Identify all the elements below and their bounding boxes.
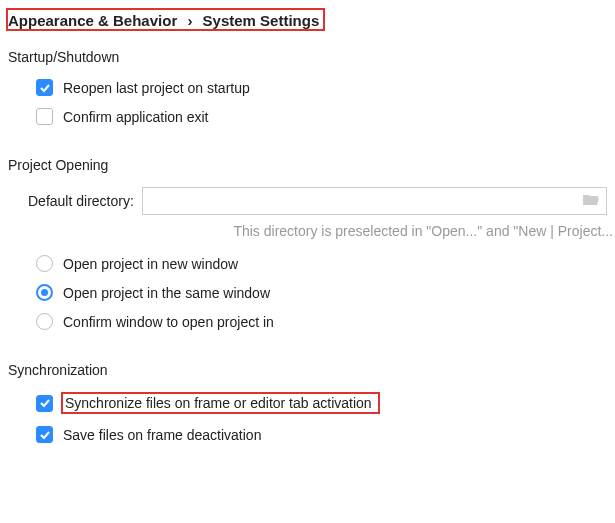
- breadcrumb-current: System Settings: [203, 12, 320, 29]
- default-directory-row: Default directory:: [0, 181, 615, 219]
- label-confirm-window: Confirm window to open project in: [63, 314, 274, 330]
- label-same-window: Open project in the same window: [63, 285, 270, 301]
- check-icon: [39, 429, 51, 441]
- breadcrumb-parent[interactable]: Appearance & Behavior: [8, 12, 177, 29]
- checkbox-save-frame[interactable]: [36, 426, 53, 443]
- option-confirm-window[interactable]: Confirm window to open project in: [0, 307, 615, 336]
- label-reopen: Reopen last project on startup: [63, 80, 250, 96]
- check-icon: [39, 397, 51, 409]
- label-new-window: Open project in new window: [63, 256, 238, 272]
- checkbox-reopen[interactable]: [36, 79, 53, 96]
- checkbox-confirm-exit[interactable]: [36, 108, 53, 125]
- radio-new-window[interactable]: [36, 255, 53, 272]
- chevron-right-icon: ›: [187, 12, 192, 29]
- section-title-opening: Project Opening: [0, 131, 615, 181]
- section-title-startup: Startup/Shutdown: [0, 37, 615, 73]
- label-sync-frame: Synchronize files on frame or editor tab…: [65, 395, 372, 411]
- radio-confirm-window[interactable]: [36, 313, 53, 330]
- option-open-same-window[interactable]: Open project in the same window: [0, 278, 615, 307]
- label-save-frame: Save files on frame deactivation: [63, 427, 261, 443]
- default-directory-label: Default directory:: [28, 193, 134, 209]
- default-directory-input[interactable]: [142, 187, 607, 215]
- section-title-sync: Synchronization: [0, 336, 615, 386]
- directory-hint: This directory is preselected in "Open..…: [170, 219, 615, 249]
- option-reopen-last-project[interactable]: Reopen last project on startup: [0, 73, 615, 102]
- folder-icon[interactable]: [583, 193, 599, 209]
- option-save-on-frame[interactable]: Save files on frame deactivation: [0, 420, 615, 449]
- breadcrumb: Appearance & Behavior › System Settings: [0, 0, 615, 37]
- label-confirm-exit: Confirm application exit: [63, 109, 209, 125]
- option-sync-on-frame[interactable]: Synchronize files on frame or editor tab…: [0, 386, 615, 420]
- option-open-new-window[interactable]: Open project in new window: [0, 249, 615, 278]
- option-confirm-exit[interactable]: Confirm application exit: [0, 102, 615, 131]
- radio-same-window[interactable]: [36, 284, 53, 301]
- checkbox-sync-frame[interactable]: [36, 395, 53, 412]
- check-icon: [39, 82, 51, 94]
